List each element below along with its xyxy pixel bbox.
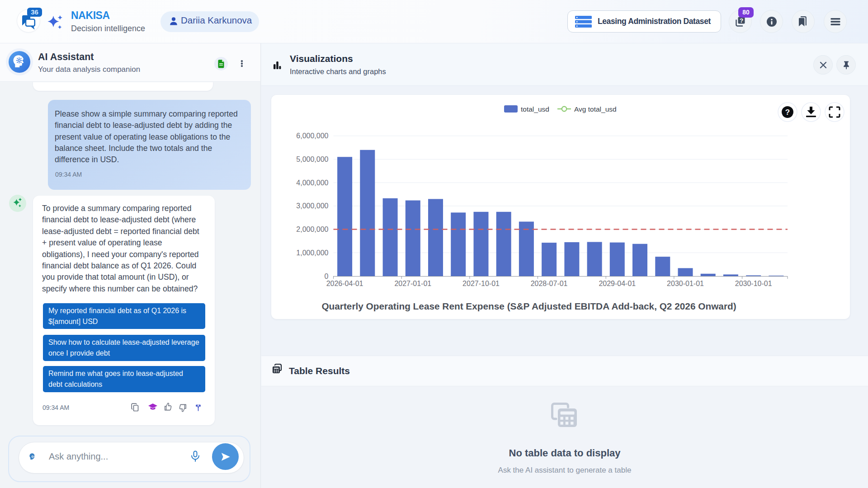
svg-text:Avg total_usd: Avg total_usd bbox=[574, 105, 617, 113]
svg-text:3,000,000: 3,000,000 bbox=[296, 202, 328, 210]
svg-text:2027-01-01: 2027-01-01 bbox=[394, 280, 431, 287]
svg-text:2029-04-01: 2029-04-01 bbox=[599, 280, 636, 287]
svg-text:2027-10-01: 2027-10-01 bbox=[462, 280, 500, 287]
svg-text:5,000,000: 5,000,000 bbox=[296, 155, 328, 163]
svg-text:0: 0 bbox=[325, 272, 329, 280]
svg-text:2026-04-01: 2026-04-01 bbox=[326, 280, 363, 287]
svg-text:2,000,000: 2,000,000 bbox=[296, 225, 328, 233]
svg-text:2030-10-01: 2030-10-01 bbox=[735, 280, 772, 287]
svg-text:Quarterly Operating Lease Rent: Quarterly Operating Lease Rent Expense (… bbox=[321, 301, 736, 311]
svg-text:total_usd: total_usd bbox=[521, 105, 549, 113]
svg-text:2028-07-01: 2028-07-01 bbox=[531, 280, 568, 287]
svg-text:4,000,000: 4,000,000 bbox=[296, 179, 328, 187]
svg-text:6,000,000: 6,000,000 bbox=[296, 132, 328, 140]
svg-text:2030-01-01: 2030-01-01 bbox=[667, 280, 704, 287]
svg-text:?: ? bbox=[739, 17, 743, 24]
svg-text:1,000,000: 1,000,000 bbox=[296, 249, 328, 257]
svg-text:?: ? bbox=[785, 108, 790, 117]
